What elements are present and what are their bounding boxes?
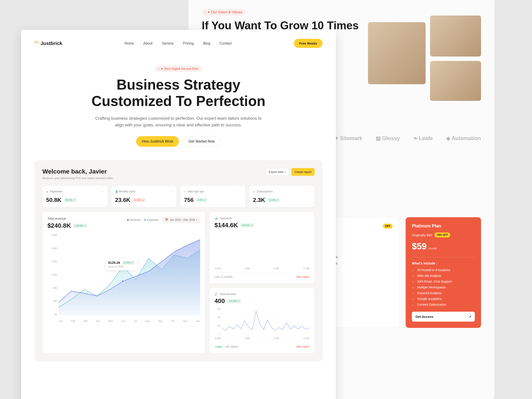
get-started-button[interactable]: Get Started Now: [183, 136, 221, 147]
stat-value: 50.8K: [46, 197, 61, 203]
plan-card-platinum[interactable]: Platinum Plan Originally $80 76% OFF $59…: [406, 217, 481, 328]
more-icon[interactable]: ⋯: [100, 189, 104, 194]
check-icon: [412, 274, 415, 277]
profit-chart-card: 📊 Total profit $144.6K +28.5% ↗ 12 AM8 A…: [209, 212, 315, 284]
photo-image: [368, 22, 426, 84]
arrow-icon: ↗: [469, 315, 471, 318]
chart-footer-text: Last 12 months: [214, 275, 233, 279]
view-report-link[interactable]: View report: [296, 345, 310, 348]
partner-logo: ◆ Automation: [446, 135, 481, 141]
chevron-down-icon: ▾: [196, 219, 197, 221]
stat-card: ✦New sign ups⋯7563.1% ↗: [180, 185, 246, 207]
stat-card: 👤Monthly users⋯23.6K12.6% ↘: [111, 185, 177, 207]
nav-links: HomeAboutServicePricingBlogContact: [125, 41, 232, 45]
export-data-button[interactable]: Export data▾: [265, 168, 289, 176]
calendar-icon: 📅: [165, 218, 168, 222]
line-chart-icon: 📈: [214, 293, 218, 296]
chart-value: 400: [214, 298, 225, 304]
stat-card: ◉Pageviews⋯50.8K28.4% ↗: [42, 185, 108, 207]
delta-badge: +16.8% ↗: [227, 299, 241, 303]
bar-chart-icon: 📊: [214, 217, 218, 220]
revenue-area-chart: 250K200K150K100K50K25K0K $125.2k 12.5% ↗…: [47, 234, 200, 322]
dashboard-subtitle: Measure your advertising ROI and report …: [42, 177, 114, 180]
stat-icon: ✦: [184, 190, 186, 193]
nav-link[interactable]: Contact: [219, 41, 232, 45]
delta-badge: 12.5% ↗: [122, 260, 134, 265]
nav-link[interactable]: Service: [162, 41, 174, 45]
legend-expenses: Expenses: [144, 218, 159, 222]
chart-title: Total profit: [219, 217, 232, 220]
stat-icon: 👤: [115, 190, 117, 193]
plan-cards: OFF ions port s Platinum Plan Originally…: [324, 217, 481, 328]
nav-link[interactable]: Home: [125, 41, 134, 45]
photo-image: [430, 16, 481, 57]
view-report-link[interactable]: View report: [296, 275, 310, 279]
chart-footer-text: • Live 10k visitors: [214, 345, 238, 348]
navbar: Justbrick HomeAboutServicePricingBlogCon…: [34, 39, 323, 48]
chart-tooltip: $125.2k 12.5% ↗ June 21, 2023: [105, 258, 138, 270]
date-range-picker[interactable]: 📅 Jan 2024 – Dec 2024 ▾: [162, 217, 200, 223]
includes-heading: What's Include :: [412, 261, 475, 265]
how-it-works-button[interactable]: How Justbrick Work: [136, 136, 179, 147]
plan-feature: 20 Hosted in 8 locations: [412, 268, 475, 272]
hero-heading: Business StrategyCustomized To Perfectio…: [34, 77, 323, 109]
hero-tag: Best Digital Service Ever: [155, 66, 202, 72]
plan-feature: 20/5 Email, Chat Support: [412, 280, 475, 283]
legend-revenue: Revenue: [127, 218, 140, 222]
get-access-button[interactable]: Get Access↗: [412, 312, 475, 322]
check-icon: [412, 286, 415, 289]
stat-value: 2.3K: [253, 197, 265, 203]
plan-feature: ions: [330, 255, 393, 259]
logo-icon: [34, 41, 39, 46]
front-page: Justbrick HomeAboutServicePricingBlogCon…: [21, 30, 336, 399]
stat-icon: ◉: [46, 190, 49, 193]
nav-link[interactable]: Pricing: [183, 41, 194, 45]
vision-tag: Our Vision & Values: [202, 9, 246, 16]
delta-badge: 3.1% ↗: [196, 198, 207, 202]
stat-value: 23.6K: [115, 197, 130, 203]
stat-label: ◉Pageviews: [46, 190, 63, 193]
plan-feature: port: [330, 262, 393, 265]
sessions-line-chart: 5002501000: [214, 308, 310, 335]
more-icon[interactable]: ⋯: [238, 189, 242, 194]
check-icon: [412, 297, 415, 300]
dashboard-title: Welcome back, Javier: [42, 168, 114, 175]
svg-point-0: [122, 280, 124, 282]
dashboard-preview: Welcome back, Javier Measure your advert…: [34, 160, 323, 361]
sessions-chart-card: 📈 Total sessions 400 +16.8% ↗ 5002501000…: [209, 287, 315, 353]
more-icon[interactable]: ⋯: [169, 189, 173, 194]
partner-logo: ✦ Sitemark: [334, 135, 362, 141]
check-icon: [412, 268, 415, 272]
plan-feature: Keyword Analysis: [412, 291, 475, 295]
nav-link[interactable]: Blog: [203, 41, 210, 45]
stat-icon: ★: [253, 190, 255, 193]
more-icon[interactable]: ⋯: [307, 189, 311, 194]
stat-value: 756: [184, 197, 194, 203]
discount-badge: 76% OFF: [434, 233, 450, 237]
chart-title: Total revenue: [47, 217, 87, 220]
hero: Best Digital Service Ever Business Strat…: [34, 66, 323, 147]
revenue-chart-card: Total revenue $240.8K +28.4% ↗ Revenue E…: [42, 212, 205, 353]
delta-badge: 28.4% ↗: [64, 198, 76, 202]
stat-label: 👤Monthly users: [115, 190, 135, 193]
create-report-button[interactable]: Create report: [291, 168, 315, 176]
delta-badge: 12.6% ↘: [133, 198, 145, 202]
plan-feature: s: [330, 268, 393, 272]
plan-feature: Content Optimization: [412, 303, 475, 306]
check-icon: [412, 280, 415, 283]
partner-logo: ❧ Leafe: [413, 135, 433, 141]
hero-subtitle: Crafting business strategies customized …: [92, 115, 265, 128]
plan-title: Platinum Plan: [412, 223, 475, 228]
chevron-down-icon: ▾: [285, 171, 286, 173]
profit-bar-chart: [214, 232, 310, 266]
photo-image: [430, 61, 481, 101]
stat-label: ✦New sign ups: [184, 190, 204, 193]
delta-badge: +28.4% ↗: [73, 224, 87, 228]
free-remix-button[interactable]: Free Remix: [294, 39, 323, 48]
nav-link[interactable]: About: [143, 41, 152, 45]
chart-value: $144.6K: [214, 222, 238, 229]
plan-feature: Multiple Workspaces: [412, 285, 475, 289]
logo[interactable]: Justbrick: [34, 41, 62, 46]
original-price: Originally $80: [412, 233, 432, 237]
live-badge: • Live: [214, 345, 223, 348]
